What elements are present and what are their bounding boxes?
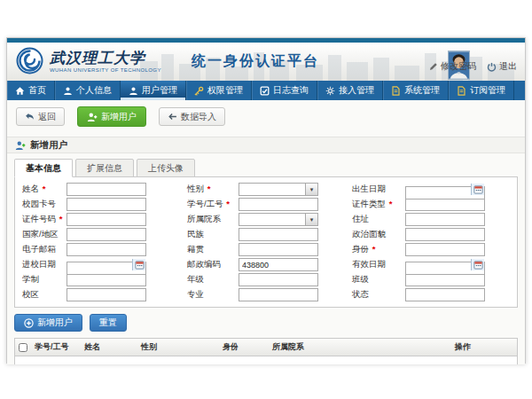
gender-select[interactable]: ▾ [239,183,318,196]
form-grid: 姓名 *性别 *▾出生日期校园卡号学号/工号 *证件类型 *证件号码 *所属院系… [19,183,513,301]
nav-item-permissions[interactable]: 权限管理 [186,81,252,100]
data-import-label: 数据导入 [181,111,216,123]
department-select[interactable]: ▾ [239,213,318,226]
user-add-icon [87,112,98,122]
student-id-input[interactable] [239,198,318,211]
form-cell-valid-date: 有效日期 [348,258,513,271]
form-cell-identity: 身份 * [348,243,513,256]
form-cell-status: 状态 [348,288,513,301]
ethnicity-input[interactable] [239,228,318,241]
field-label-department: 所属院系 [184,214,239,225]
native-place-input[interactable] [239,243,318,256]
field-label-id-type: 证件类型 * [348,199,405,210]
nav-item-logs[interactable]: 日志查询 [252,81,317,100]
reset-button[interactable]: 重置 [90,314,127,332]
university-logo [16,47,43,74]
field-label-school-system: 学制 [19,274,66,286]
required-asterisk: * [224,199,230,208]
nav-item-subscriptions[interactable]: 订阅管理 [449,81,514,100]
address-input[interactable] [405,213,485,226]
form-cell-department: 所属院系▾ [184,213,348,226]
field-label-class: 班级 [348,274,405,286]
main-nav: 首页个人信息用户管理权限管理日志查询接入管理系统管理订阅管理 [7,81,525,100]
nav-item-label: 个人信息 [76,84,112,97]
calendar-icon[interactable] [471,259,484,270]
school-system-input[interactable] [66,273,146,286]
key-icon [194,86,204,96]
table-empty-row [15,356,517,365]
calendar-icon[interactable] [132,259,145,270]
back-button[interactable]: 返回 [16,107,65,126]
header: 武汉理工大学 WUHAN UNIVERSITY OF TECHNOLOGY 统一… [7,43,525,81]
field-label-political-status: 政治面貌 [348,229,405,240]
valid-date-field-wrap [405,258,485,271]
campus-card-input[interactable] [66,198,146,211]
form-panel: 姓名 *性别 *▾出生日期校园卡号学号/工号 *证件类型 *证件号码 *所属院系… [14,176,518,308]
form-cell-email: 电子邮箱 [19,243,184,256]
grade-input[interactable] [239,273,318,286]
user-icon [129,86,138,96]
data-import-button[interactable]: 数据导入 [159,107,225,126]
email-input[interactable] [66,243,146,256]
form-cell-country-region: 国家/地区 [19,228,184,241]
id-type-input[interactable] [405,198,485,211]
calendar-icon[interactable] [471,184,484,195]
table-column-header: 学号/工号 [31,339,81,356]
field-label-enroll-date: 进校日期 [19,259,66,270]
field-label-postal-code: 邮政编码 [184,259,239,270]
table-column-header: 性别 [137,339,219,356]
platform-title: 统一身份认证平台 [192,52,319,71]
nav-item-users[interactable]: 用户管理 [121,81,186,100]
status-input[interactable] [405,288,485,301]
add-user-toolbar-button[interactable]: 新增用户 [77,106,146,127]
field-label-campus-card: 校园卡号 [19,199,66,210]
table-column-header: 姓名 [81,339,137,356]
nav-item-profile[interactable]: 个人信息 [55,81,121,100]
form-cell-campus: 校区 [19,288,184,301]
nav-item-system[interactable]: 系统管理 [383,81,449,100]
field-label-id-number: 证件号码 * [19,214,66,225]
form-cell-gender: 性别 *▾ [184,183,348,196]
political-status-input[interactable] [405,228,485,241]
field-label-valid-date: 有效日期 [348,259,405,270]
field-label-campus: 校区 [19,289,66,301]
country-region-input[interactable] [66,228,146,241]
class-input[interactable] [405,273,485,286]
plus-circle-icon [24,318,34,328]
submit-add-user-button[interactable]: 新增用户 [14,314,82,332]
enroll-date-field-wrap [66,258,146,271]
toolbar: 返回 新增用户 数据导入 [7,100,525,133]
tab-basic-info[interactable]: 基本信息 [14,159,73,177]
form-cell-id-type: 证件类型 * [348,198,513,211]
select-all-checkbox[interactable] [19,343,27,352]
results-table: 学号/工号姓名性别身份所属院系操作 [15,339,517,364]
add-user-section-icon [15,140,26,151]
nav-item-label: 日志查询 [273,84,309,97]
field-label-major: 专业 [184,289,239,301]
chevron-down-icon: ▾ [305,214,317,225]
field-label-country-region: 国家/地区 [19,229,66,240]
pencil-icon [429,62,438,71]
major-input[interactable] [239,288,318,301]
tab-extended-info[interactable]: 扩展信息 [75,159,134,177]
field-label-email: 电子邮箱 [19,244,66,255]
field-label-identity: 身份 * [348,244,405,255]
campus-input[interactable] [66,288,146,301]
form-cell-student-id: 学号/工号 * [184,198,348,211]
postal-code-input[interactable] [239,258,318,271]
university-name-block: 武汉理工大学 WUHAN UNIVERSITY OF TECHNOLOGY [50,49,161,73]
nav-item-home[interactable]: 首页 [7,81,55,100]
field-label-ethnicity: 民族 [184,229,239,240]
logout-link[interactable]: 退出 [487,60,517,73]
nav-item-access[interactable]: 接入管理 [317,81,383,100]
required-asterisk: * [387,199,392,208]
form-cell-campus-card: 校园卡号 [19,198,184,211]
field-label-student-id: 学号/工号 * [184,199,239,210]
change-password-link[interactable]: 修改密码 [429,60,476,73]
tab-upload-avatar[interactable]: 上传头像 [137,159,195,177]
tab-label: 扩展信息 [87,163,122,173]
identity-input[interactable] [405,243,485,256]
field-label-status: 状态 [348,289,405,301]
id-number-input[interactable] [66,213,146,226]
name-input[interactable] [66,183,146,196]
